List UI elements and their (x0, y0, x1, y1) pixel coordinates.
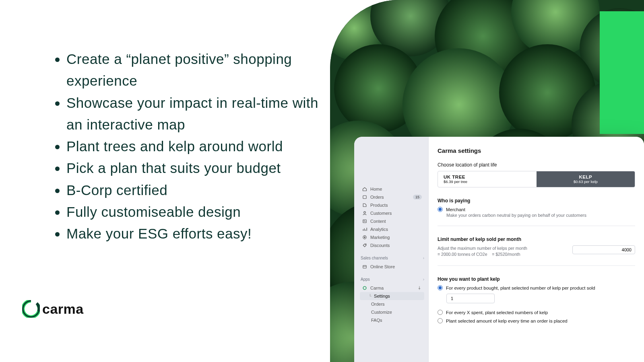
sidebar-item-discounts[interactable]: Discounts (360, 241, 424, 249)
marketing-icon (362, 235, 367, 240)
pin-icon[interactable] (417, 286, 422, 290)
orders-badge: 15 (413, 195, 422, 200)
svg-point-30 (363, 286, 366, 290)
plant-radio[interactable] (438, 285, 443, 290)
carma-logo: carma (22, 300, 84, 318)
sidebar-item-label: Customize (371, 310, 422, 315)
limit-title: Limit number of kelp sold per month (438, 237, 635, 242)
plant-radio[interactable] (438, 310, 443, 315)
sidebar-item-label: Online Store (370, 264, 422, 269)
orders-icon (362, 195, 367, 200)
feature-bullets: Create a “planet positive” shopping expe… (50, 48, 336, 245)
sidebar-subitem-orders[interactable]: Orders (360, 300, 424, 308)
bullet: Showcase your impact in real-time with a… (66, 92, 336, 136)
bullet: Pick a plan that suits your budget (66, 157, 336, 179)
sidebar-item-label: Orders (370, 195, 410, 200)
bullet: Plant trees and kelp around world (66, 136, 336, 157)
divider (438, 265, 635, 266)
svg-point-27 (364, 237, 365, 238)
sidebar-item-analytics[interactable]: Analytics (360, 225, 424, 233)
analytics-icon (362, 227, 367, 232)
shopify-sidebar: Home Orders 15 Products Customers (354, 137, 428, 362)
payer-option-merchant[interactable]: Merchant (438, 207, 635, 212)
sidebar-item-label: Settings (374, 294, 422, 298)
tile-title: UK TREE (444, 175, 531, 179)
tile-title: KELP (542, 175, 630, 179)
sidebar-item-orders[interactable]: Orders 15 (360, 193, 424, 201)
sidebar-item-content[interactable]: Content (360, 217, 424, 225)
customers-icon (362, 211, 367, 216)
plant-option-per-order[interactable]: Plant selected amount of kelp every time… (438, 318, 635, 323)
plant-option-per-spend[interactable]: For every X spent, plant selected number… (438, 310, 635, 315)
plant-radio[interactable] (438, 318, 443, 323)
chevron-right-icon[interactable]: › (423, 277, 424, 282)
accent-strip (600, 11, 644, 134)
chevron-right-icon[interactable]: › (423, 256, 424, 260)
carma-app-icon (362, 286, 367, 290)
home-icon (362, 187, 367, 191)
radio-label: For every product bought, plant selected… (446, 286, 595, 290)
divider (438, 226, 635, 226)
limit-help-co2: = 2000.00 tonnes of CO2e (438, 252, 487, 257)
svg-point-24 (364, 212, 366, 214)
page-title: Carma settings (438, 147, 635, 154)
carma-wordmark: carma (42, 301, 84, 317)
sidebar-item-online-store[interactable]: Online Store (360, 263, 424, 271)
tile-price: $6.39 per tree (444, 179, 531, 184)
payer-radio[interactable] (438, 207, 443, 212)
sidebar-item-label: Content (370, 219, 422, 224)
sidebar-item-products[interactable]: Products (360, 201, 424, 209)
location-label: Choose location of plant life (438, 162, 635, 168)
radio-label: Plant selected amount of kelp every time… (446, 319, 568, 323)
tile-uk-tree[interactable]: UK TREE $6.39 per tree (438, 171, 537, 187)
sidebar-item-carma-app[interactable]: Carma (360, 284, 424, 292)
tile-price: $0.63 per kelp (542, 179, 630, 184)
content-icon (362, 219, 367, 224)
sidebar-subitem-settings[interactable]: └ Settings (360, 292, 424, 300)
plant-option-per-product[interactable]: For every product bought, plant selected… (438, 285, 635, 290)
store-icon (362, 264, 367, 269)
svg-point-28 (365, 244, 366, 245)
plant-qty-input[interactable] (446, 294, 495, 303)
sidebar-group-sales: Sales channels (361, 256, 388, 260)
sidebar-item-label: Customers (370, 211, 422, 216)
sidebar-item-customers[interactable]: Customers (360, 209, 424, 217)
sidebar-item-label: Orders (371, 302, 422, 306)
limit-help-cost: = $2520/month (492, 252, 520, 257)
svg-rect-25 (363, 220, 366, 223)
payer-label: Who is paying (438, 198, 635, 204)
bullet: B-Corp certified (66, 179, 336, 201)
svg-rect-23 (363, 195, 366, 199)
shopify-settings-window: Home Orders 15 Products Customers (354, 137, 644, 362)
sidebar-group-apps: Apps (361, 277, 370, 282)
sidebar-item-label: Home (370, 187, 422, 191)
sidebar-item-label: Carma (370, 286, 414, 290)
sidebar-item-label: FAQs (371, 318, 422, 323)
kelp-limit-input[interactable] (572, 245, 635, 254)
sidebar-item-label: Analytics (370, 227, 422, 232)
sidebar-item-label: Products (370, 203, 422, 208)
products-icon (362, 203, 367, 208)
sidebar-item-home[interactable]: Home (360, 185, 424, 193)
payer-help: Make your orders carbon neutral by payin… (446, 213, 635, 218)
sidebar-item-label: Discounts (370, 243, 422, 248)
sidebar-subitem-customize[interactable]: Customize (360, 308, 424, 316)
tile-kelp[interactable]: KELP $0.63 per kelp (537, 171, 635, 187)
plant-mode-title: How you want to plant kelp (438, 276, 635, 282)
sidebar-item-label: Marketing (370, 235, 422, 240)
carma-mark-icon (22, 300, 40, 318)
bullet: Fully customiseable design (66, 201, 336, 223)
bullet: Create a “planet positive” shopping expe… (66, 48, 336, 92)
radio-label: Merchant (446, 207, 465, 212)
sidebar-item-marketing[interactable]: Marketing (360, 233, 424, 241)
sidebar-subitem-faqs[interactable]: FAQs (360, 316, 424, 324)
bullet: Make your ESG efforts easy! (66, 223, 336, 245)
plant-type-tiles: UK TREE $6.39 per tree KELP $0.63 per ke… (438, 171, 635, 187)
radio-label: For every X spent, plant selected number… (446, 310, 548, 315)
svg-rect-29 (363, 265, 366, 268)
discounts-icon (362, 243, 367, 248)
limit-help-line: Adjust the maximum number of kelps per m… (438, 245, 527, 251)
settings-panel: Carma settings Choose location of plant … (428, 137, 644, 362)
